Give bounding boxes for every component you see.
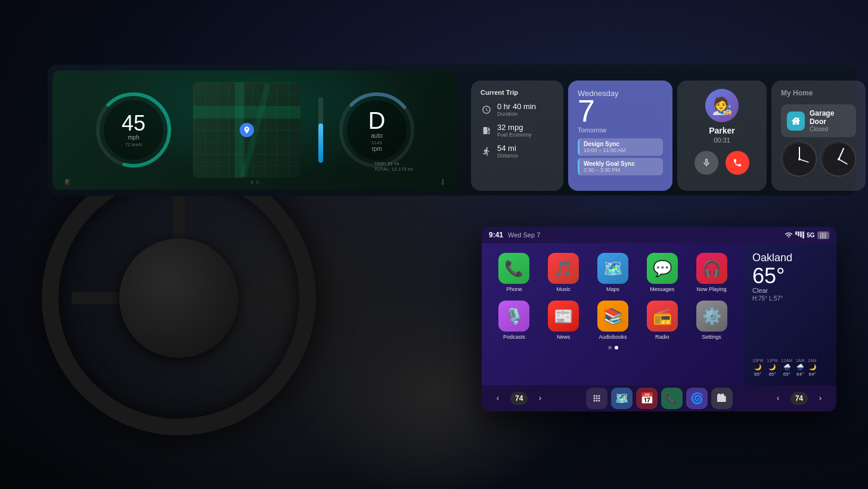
audiobooks-app-icon: 📚 bbox=[597, 301, 628, 332]
bottom-bar-left: 74 bbox=[489, 389, 549, 407]
app-music[interactable]: 🎵 Music bbox=[543, 253, 584, 292]
app-podcasts[interactable]: 🎙️ Podcasts bbox=[494, 301, 535, 340]
trip-duration-row: 0 hr 40 min Duration bbox=[480, 102, 554, 117]
weather-condition: Clear bbox=[752, 287, 828, 294]
gear-display: D auto 2143 rpm bbox=[368, 109, 386, 152]
hour-3-temp: 65° bbox=[783, 372, 790, 377]
app-messages[interactable]: 💬 Messages bbox=[641, 253, 683, 292]
hour-5-time: 2AM bbox=[808, 358, 816, 363]
settings-app-icon: ⚙️ bbox=[696, 301, 727, 332]
page-dot-2 bbox=[615, 346, 618, 349]
dock-grid-icon[interactable] bbox=[586, 388, 607, 409]
speed-kmh: 72 km/h bbox=[122, 142, 145, 147]
call-action-buttons bbox=[695, 151, 749, 175]
call-duration: 00:31 bbox=[714, 137, 730, 144]
messages-app-icon: 💬 bbox=[647, 253, 678, 284]
trip-duration-label: Duration bbox=[497, 111, 536, 117]
bottom-temp-right[interactable]: 74 bbox=[790, 392, 808, 405]
dock-calendar-icon[interactable]: 📅 bbox=[636, 388, 658, 409]
dock-tray-icon[interactable] bbox=[711, 388, 733, 409]
carplay-screen[interactable]: 9:41 Wed Sep 7 5G |||| bbox=[482, 227, 836, 411]
app-maps[interactable]: 🗺️ Maps bbox=[593, 253, 634, 292]
carplay-bottom-bar: 74 🗺️ 📅 📞 🌀 bbox=[482, 385, 836, 411]
garage-door-status: Closed bbox=[810, 126, 850, 132]
widget-active-call[interactable]: 🧑‍🎨 Parker 00:31 bbox=[677, 81, 767, 191]
widget-calendar[interactable]: Wednesday 7 Tomorrow Design Sync 10:00 –… bbox=[568, 81, 672, 191]
trip-widget-title: Current Trip bbox=[480, 89, 554, 96]
trip-economy-label: Fuel Economy bbox=[497, 132, 532, 138]
cal-day-number: 7 bbox=[578, 95, 663, 126]
fuel-indicator-icon: ⛽ bbox=[64, 179, 71, 185]
speed-value: 45 bbox=[122, 113, 145, 134]
app-news[interactable]: 📰 News bbox=[543, 301, 584, 340]
audiobooks-app-label: Audiobooks bbox=[599, 334, 627, 340]
app-grid-row1: 📞 Phone 🎵 Music 🗺️ Maps 💬 Messages 🎧 bbox=[494, 253, 732, 340]
end-call-button[interactable] bbox=[726, 151, 749, 175]
cal-event-2-title: Weekly Goal Sync bbox=[584, 160, 659, 167]
dock-icons: 🗺️ 📅 📞 🌀 bbox=[586, 388, 733, 409]
cal-event-1[interactable]: Design Sync 10:00 – 11:00 AM bbox=[578, 138, 663, 156]
app-settings[interactable]: ⚙️ Settings bbox=[691, 301, 732, 340]
widget-current-trip[interactable]: Current Trip 0 hr 40 min Duration 32 mpg bbox=[471, 81, 563, 191]
svg-point-9 bbox=[798, 158, 801, 160]
now-playing-app-icon: 🎧 bbox=[696, 253, 727, 284]
hour-3-icon: 🌧️ bbox=[783, 364, 790, 370]
phone-app-label: Phone bbox=[506, 286, 522, 292]
app-now-playing[interactable]: 🎧 Now Playing bbox=[691, 253, 732, 292]
bottom-temp-left[interactable]: 74 bbox=[510, 392, 528, 405]
app-audiobooks[interactable]: 📚 Audiobooks bbox=[593, 301, 634, 340]
cal-event-1-title: Design Sync bbox=[584, 141, 659, 147]
rpm-value: 2143 bbox=[368, 140, 386, 146]
rpm-unit: rpm bbox=[368, 146, 386, 152]
weather-hl: H:75° L:57° bbox=[752, 295, 828, 302]
hour-5-temp: 64° bbox=[808, 372, 816, 377]
right-back-button[interactable] bbox=[769, 389, 787, 407]
hour-5-icon: 🌙 bbox=[809, 364, 816, 370]
right-forward-button[interactable] bbox=[811, 389, 829, 407]
trip-duration-value: 0 hr 40 min bbox=[497, 102, 536, 111]
dock-fan-icon[interactable]: 🌀 bbox=[686, 388, 708, 409]
garage-door-name: Garage Door bbox=[810, 109, 850, 126]
dock-phone-icon[interactable]: 📞 bbox=[661, 388, 683, 409]
app-radio[interactable]: 📻 Radio bbox=[641, 301, 683, 340]
trip-distance-info: 54 mi Distance bbox=[497, 144, 518, 159]
hour-1-time: 10PM bbox=[752, 358, 763, 363]
radio-app-label: Radio bbox=[655, 334, 669, 340]
weather-high: H:75° bbox=[752, 295, 767, 302]
hour-2-icon: 🌙 bbox=[768, 364, 776, 370]
hour-4-temp: 64° bbox=[796, 372, 804, 377]
svg-point-13 bbox=[838, 158, 840, 160]
analog-clock-2 bbox=[820, 141, 856, 177]
phone-app-icon: 📞 bbox=[498, 253, 529, 284]
page-dot-1 bbox=[608, 346, 612, 349]
mute-button[interactable] bbox=[695, 151, 718, 175]
cal-event-2-time: 2:30 – 3:30 PM bbox=[584, 167, 659, 173]
battery-icon: |||| bbox=[817, 231, 829, 239]
caller-avatar: 🧑‍🎨 bbox=[705, 89, 739, 122]
settings-app-label: Settings bbox=[702, 334, 721, 340]
cluster-bottom-bar: ⛽ E C 🌡️ bbox=[64, 179, 446, 185]
speed-gauge: 45 mph 72 km/h bbox=[92, 88, 175, 172]
widget-home[interactable]: My Home Garage Door Closed bbox=[771, 81, 866, 191]
podcasts-app-icon: 🎙️ bbox=[498, 301, 529, 332]
app-phone[interactable]: 📞 Phone bbox=[494, 253, 535, 292]
hour-1-temp: 65° bbox=[754, 372, 761, 377]
dock-maps-icon[interactable]: 🗺️ bbox=[611, 388, 633, 409]
status-time: 9:41 bbox=[489, 231, 503, 239]
forward-button[interactable] bbox=[531, 389, 549, 407]
garage-door-row[interactable]: Garage Door Closed bbox=[781, 104, 856, 137]
maps-app-label: Maps bbox=[606, 286, 619, 292]
weather-hourly: 10PM 🌙 65° 11PM 🌙 65° 12AM 🌧️ 65° 1AM 🌧️ bbox=[752, 358, 828, 377]
podcasts-app-label: Podcasts bbox=[503, 334, 525, 340]
nav-map bbox=[193, 82, 300, 178]
cluster-bottom-indicators: E C bbox=[250, 179, 259, 185]
nav-road-h bbox=[193, 106, 300, 118]
bottom-bar-right: 74 bbox=[769, 389, 829, 407]
cal-event-2[interactable]: Weekly Goal Sync 2:30 – 3:30 PM bbox=[578, 158, 663, 175]
trip-economy-row: 32 mpg Fuel Economy bbox=[480, 123, 554, 138]
wheel-hub bbox=[119, 239, 238, 358]
back-button[interactable] bbox=[489, 389, 507, 407]
carplay-app-grid-area: 📞 Phone 🎵 Music 🗺️ Maps 💬 Messages 🎧 bbox=[482, 243, 744, 385]
analog-clock-1 bbox=[781, 141, 817, 177]
weather-hour-4: 1AM 🌧️ 64° bbox=[796, 358, 804, 377]
